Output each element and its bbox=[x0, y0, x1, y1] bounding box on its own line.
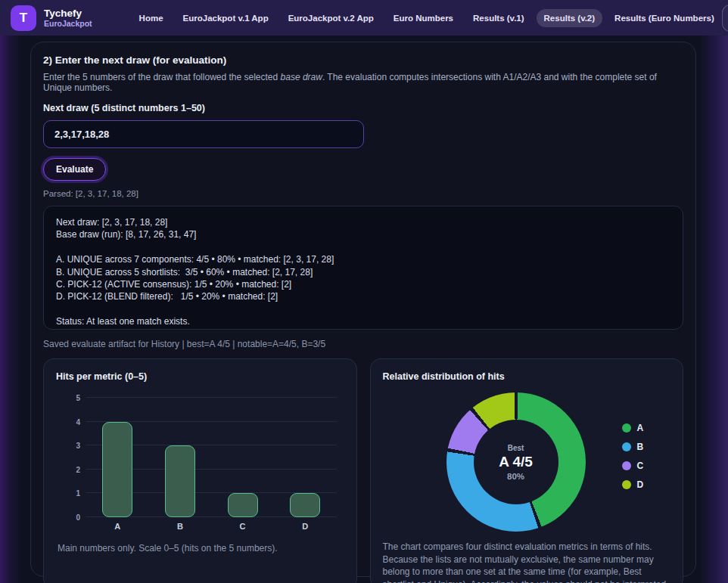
legend-label: C bbox=[637, 461, 644, 471]
logo-letter: T bbox=[20, 11, 27, 26]
legend-item: C bbox=[622, 461, 644, 471]
y-axis-tick: 0 bbox=[67, 513, 80, 522]
brand-title: Tychefy bbox=[44, 8, 92, 20]
nav-item-results-v1[interactable]: Results (v.1) bbox=[465, 9, 532, 27]
hamburger-menu-button[interactable] bbox=[722, 5, 728, 32]
donut-center-main: A 4/5 bbox=[499, 454, 533, 470]
parsed-numbers-text: Parsed: [2, 3, 17, 18, 28] bbox=[43, 189, 683, 198]
legend-label: A bbox=[637, 423, 644, 433]
evaluation-section-card: 2) Enter the next draw (for evaluation) … bbox=[30, 42, 696, 577]
y-axis-tick: 4 bbox=[67, 417, 80, 426]
nav-item-results-euro-numbers[interactable]: Results (Euro Numbers) bbox=[607, 9, 722, 27]
brand-subtitle: EuroJackpot bbox=[44, 19, 92, 28]
nav-item-eurojackpot-v1-app[interactable]: EuroJackpot v.1 App bbox=[176, 9, 276, 27]
y-axis-tick: 1 bbox=[67, 489, 80, 498]
bar bbox=[102, 422, 132, 517]
x-axis-label: D bbox=[274, 522, 337, 531]
donut-legend: ABCD bbox=[622, 423, 644, 490]
base-draw-emphasis: base draw bbox=[281, 72, 322, 82]
donut-center-top: Best bbox=[499, 444, 533, 452]
y-axis-tick: 5 bbox=[67, 394, 80, 402]
bar-chart-plot: 012345 bbox=[86, 398, 337, 517]
legend-label: B bbox=[637, 442, 644, 452]
nav-item-eurojackpot-v2-app[interactable]: EuroJackpot v.2 App bbox=[281, 9, 381, 27]
x-axis-label: B bbox=[149, 522, 212, 531]
app-logo[interactable]: T bbox=[11, 5, 36, 31]
evaluate-button[interactable]: Evaluate bbox=[43, 158, 106, 181]
donut-chart: Best A 4/5 80% bbox=[446, 392, 586, 532]
evaluation-report-text: Next draw: [2, 3, 17, 18, 28] Base draw … bbox=[56, 216, 670, 328]
bars bbox=[86, 398, 337, 517]
header-right: DS bbox=[722, 5, 728, 32]
donut-center-label: Best A 4/5 80% bbox=[499, 444, 533, 481]
donut-chart-area: Best A 4/5 80% ABCD bbox=[383, 385, 671, 535]
main-nav: Home EuroJackpot v.1 App EuroJackpot v.2… bbox=[132, 9, 722, 27]
bar bbox=[228, 493, 258, 517]
bar-chart-panel: Hits per metric (0–5) 012345 ABCD Main n… bbox=[43, 358, 357, 583]
app-header: T Tychefy EuroJackpot Home EuroJackpot v… bbox=[0, 0, 728, 36]
donut-description: The chart compares four distinct evaluat… bbox=[383, 541, 671, 583]
charts-row: Hits per metric (0–5) 012345 ABCD Main n… bbox=[43, 358, 683, 583]
nav-item-home[interactable]: Home bbox=[132, 9, 171, 27]
donut-chart-panel: Relative distribution of hits Best A 4/5… bbox=[370, 358, 684, 583]
next-draw-input[interactable] bbox=[43, 120, 364, 148]
donut-chart-title: Relative distribution of hits bbox=[383, 371, 671, 382]
section-heading: 2) Enter the next draw (for evaluation) bbox=[43, 54, 683, 66]
nav-item-results-v2[interactable]: Results (v.2) bbox=[537, 9, 603, 27]
bar-chart-note: Main numbers only. Scale 0–5 (hits on th… bbox=[58, 543, 344, 554]
legend-item: A bbox=[622, 423, 644, 433]
donut-center-sub: 80% bbox=[499, 472, 533, 481]
y-axis-tick: 3 bbox=[67, 442, 80, 450]
x-axis-label: C bbox=[211, 522, 274, 531]
saved-artifact-text: Saved evaluate artifact for History | be… bbox=[43, 339, 683, 349]
legend-item: D bbox=[622, 479, 644, 490]
legend-dot bbox=[622, 461, 631, 470]
legend-item: B bbox=[622, 442, 644, 452]
next-draw-label: Next draw (5 distinct numbers 1–50) bbox=[43, 103, 683, 113]
bar bbox=[165, 445, 195, 517]
legend-dot bbox=[622, 442, 631, 451]
x-axis-label: A bbox=[86, 522, 149, 531]
bar-chart-xlabels: ABCD bbox=[86, 522, 337, 531]
legend-dot bbox=[622, 423, 631, 433]
legend-dot bbox=[622, 480, 631, 489]
bar bbox=[290, 493, 320, 517]
bar-chart-title: Hits per metric (0–5) bbox=[56, 371, 344, 382]
y-axis-tick: 2 bbox=[67, 465, 80, 473]
brand-block: Tychefy EuroJackpot bbox=[44, 8, 92, 29]
evaluation-report-box: Next draw: [2, 3, 17, 18, 28] Base draw … bbox=[43, 206, 683, 330]
legend-label: D bbox=[637, 479, 644, 490]
nav-item-euro-numbers[interactable]: Euro Numbers bbox=[386, 9, 461, 27]
section-description: Enter the 5 numbers of the draw that fol… bbox=[43, 72, 683, 93]
